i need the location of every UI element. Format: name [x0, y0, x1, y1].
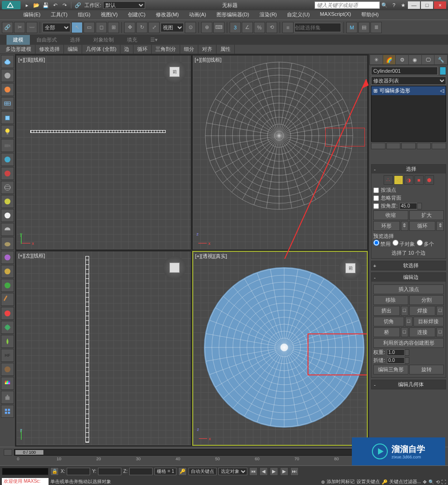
loop-spinner-icon[interactable]: ⇕ — [436, 221, 444, 231]
time-slider[interactable]: 0 / 100 — [15, 450, 43, 455]
ignore-backfacing-checkbox[interactable] — [373, 195, 379, 201]
ribbon-tab-selection[interactable]: 选择 — [63, 35, 87, 45]
app-logo[interactable] — [2, 1, 21, 9]
ribbon-grp-props[interactable]: 属性 — [217, 45, 235, 54]
ribbon-grp-geo[interactable]: 几何体 (全部) — [82, 45, 120, 54]
ribbon-tab-freeform[interactable]: 自由形式 — [30, 35, 63, 45]
spinner-snap-icon[interactable]: ⟲ — [266, 22, 277, 33]
by-vertex-checkbox[interactable] — [373, 187, 379, 193]
keyboard-icon[interactable]: ⌨ — [213, 22, 224, 33]
weld-settings-icon[interactable]: □ — [436, 306, 444, 316]
hf-icon[interactable]: HF — [1, 349, 14, 362]
extrude-settings-icon[interactable]: □ — [401, 306, 408, 316]
crease-spinner[interactable] — [387, 357, 405, 364]
select-name-icon[interactable]: ▭ — [84, 22, 95, 33]
snap-icon[interactable]: 3 — [230, 22, 241, 33]
ribbon-toggle-icon[interactable]: ☰▾ — [144, 35, 164, 44]
viewport-top[interactable]: [+][顶][线框] 前 xy — [16, 55, 191, 250]
viewcube-top[interactable]: 前 — [163, 60, 186, 83]
by-angle-checkbox[interactable] — [373, 203, 379, 209]
rotate-tool-icon[interactable]: ↻ — [136, 22, 147, 33]
y-coord-field[interactable] — [98, 468, 121, 475]
bridge-button[interactable]: 桥 — [373, 327, 400, 337]
stack-unique-icon[interactable] — [401, 143, 416, 149]
spike-icon[interactable] — [1, 321, 14, 334]
ribbon-grp-edit[interactable]: 编辑 — [64, 45, 82, 54]
ribbon-grp-align[interactable]: 对齐 — [198, 45, 217, 54]
setkey-button[interactable]: 设置关键点 — [357, 478, 380, 485]
ribbon-grp-tri[interactable]: 三角剖分 — [152, 45, 180, 54]
chamfer-settings-icon[interactable]: □ — [405, 317, 413, 326]
play-end-icon[interactable]: ⏭ — [290, 467, 299, 476]
loop-button[interactable]: 循环 — [409, 221, 436, 231]
ribbon-tab-fill[interactable]: 填充 — [120, 35, 144, 45]
close-button[interactable]: × — [434, 1, 446, 9]
grid4-icon[interactable] — [1, 405, 14, 418]
panel-tab-hierarchy-icon[interactable]: ⚙ — [396, 55, 408, 64]
split-button[interactable]: 分割 — [409, 295, 444, 305]
sphere-orange-icon[interactable] — [1, 83, 14, 96]
edit-tri-button[interactable]: 编辑三角形 — [373, 365, 408, 374]
play-prev-icon[interactable]: ◀ — [259, 467, 268, 476]
panel-tab-motion-icon[interactable]: ◉ — [409, 55, 421, 64]
modifier-list-select[interactable]: 修改器列表 — [371, 76, 446, 85]
insert-vertex-button[interactable]: 插入顶点 — [373, 284, 444, 294]
help-icon[interactable]: ? — [390, 1, 398, 9]
manip-icon[interactable]: ⊕ — [201, 22, 212, 33]
nav-orbit-icon[interactable]: ⟲ — [436, 479, 440, 485]
preview-multi-radio[interactable]: 多个 — [417, 240, 434, 248]
rollout-edit-edges-header[interactable]: -编辑边 — [371, 273, 446, 282]
menu-group[interactable]: 组(G) — [73, 10, 95, 20]
kettle-icon[interactable] — [1, 391, 14, 404]
connect-settings-icon[interactable]: □ — [436, 327, 444, 337]
camera-icon[interactable] — [1, 139, 14, 152]
search-input[interactable] — [315, 1, 380, 9]
menu-render[interactable]: 渲染(R) — [255, 10, 281, 20]
ring-spinner-icon[interactable]: ⇕ — [401, 221, 408, 231]
panel-tab-display-icon[interactable]: 🖵 — [422, 55, 434, 64]
time-tag-icon[interactable]: ⊕ — [321, 479, 325, 485]
nav-max-icon[interactable]: ⛶ — [441, 479, 446, 485]
play-icon[interactable]: ▶ — [270, 467, 278, 476]
colorchart-icon[interactable] — [1, 377, 14, 390]
ribbon-grp-edge[interactable]: 边 — [120, 45, 133, 54]
z-coord-field[interactable] — [129, 468, 153, 475]
sphere-red-icon[interactable] — [1, 167, 14, 180]
menu-animation[interactable]: 动画(A) — [184, 10, 211, 20]
menu-modifiers[interactable]: 修改器(M) — [151, 10, 184, 20]
grow-button[interactable]: 扩大 — [409, 210, 444, 220]
weld-button[interactable]: 焊接 — [409, 306, 436, 316]
rect-select-icon[interactable]: ◻ — [96, 22, 107, 33]
link-icon[interactable]: 🔗 — [74, 1, 82, 9]
play-next-icon[interactable]: ▶ — [280, 467, 288, 476]
star-icon[interactable]: ★ — [399, 1, 407, 9]
align-icon[interactable]: ▤ — [358, 22, 370, 33]
nav-pan-icon[interactable]: ✥ — [423, 479, 427, 485]
save-icon[interactable]: 💾 — [42, 1, 49, 9]
plant-icon[interactable] — [1, 335, 14, 348]
shrink-button[interactable]: 收缩 — [373, 210, 408, 220]
angle-snap-icon[interactable]: ∠ — [242, 22, 253, 33]
sphere-teal-icon[interactable] — [1, 153, 14, 166]
bridge-settings-icon[interactable]: □ — [401, 327, 408, 337]
x-coord-field[interactable] — [67, 468, 90, 475]
stack-remove-icon[interactable] — [417, 143, 431, 149]
cube-icon[interactable] — [1, 111, 14, 124]
menu-customize[interactable]: 自定义(U) — [282, 10, 314, 20]
chamfer-button[interactable]: 切角 — [373, 317, 404, 326]
sphere-gold-icon[interactable] — [1, 265, 14, 278]
subobj-polygon-icon[interactable]: ■ — [414, 175, 424, 185]
sphere-yellow-icon[interactable] — [1, 195, 14, 208]
grid-icon[interactable] — [1, 97, 14, 110]
angle-spinner[interactable] — [399, 203, 417, 209]
menu-tools[interactable]: 工具(T) — [46, 10, 72, 20]
selection-filter[interactable]: 全部 — [42, 23, 70, 32]
wire-sphere-icon[interactable] — [1, 181, 14, 194]
selection-set-input[interactable] — [294, 23, 341, 32]
refcoord-select[interactable]: 视图 — [161, 23, 184, 32]
create-shape-button[interactable]: 利用所选内容创建图形 — [373, 338, 444, 348]
maxscript-prompt[interactable]: 欢迎使用 MAXSc: — [2, 478, 49, 485]
menu-help[interactable]: 帮助(H) — [357, 10, 383, 20]
key-target-select[interactable]: 选定对象 — [218, 468, 247, 475]
key-filter-button[interactable]: 关键点过滤器... — [389, 478, 421, 485]
